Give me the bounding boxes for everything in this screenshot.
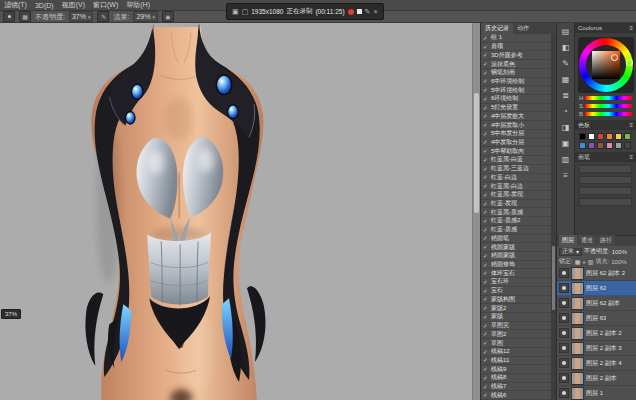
visibility-check-icon[interactable]: ✓ (483, 392, 489, 398)
layer-row[interactable]: 图层 62 副本 2 (557, 266, 636, 281)
hsb-slider-bar[interactable] (585, 112, 632, 116)
layer-thumbnail[interactable] (571, 282, 584, 295)
list-item[interactable]: ✓ 线稿8 (481, 374, 551, 383)
visibility-check-icon[interactable]: ✓ (483, 44, 489, 50)
list-item[interactable]: ✓ 线稿12 (481, 348, 551, 357)
eye-icon[interactable] (559, 373, 569, 383)
layer-thumbnail[interactable] (571, 312, 584, 325)
visibility-check-icon[interactable]: ✓ (483, 253, 489, 259)
list-item[interactable]: ✓ 4中层发取小 (481, 121, 551, 130)
list-item[interactable]: ✓ 5中布发分层 (481, 130, 551, 139)
brush-preset-row[interactable] (579, 165, 632, 173)
scrollbar-thumb[interactable] (552, 246, 555, 310)
panel-icon[interactable]: ≡ (560, 170, 572, 181)
visibility-check-icon[interactable]: ✓ (483, 323, 489, 329)
hsb-slider-row[interactable]: H (575, 95, 636, 101)
panel-icon[interactable]: ◧ (560, 42, 572, 53)
visibility-check-icon[interactable]: ✓ (483, 270, 489, 276)
list-item[interactable]: ✓ 精圆修饰 (481, 261, 551, 270)
sv-cursor[interactable] (611, 54, 618, 61)
blend-mode-dropdown[interactable]: 正常 ▾ (559, 248, 582, 256)
list-item[interactable]: ✓ 线稿6 (481, 391, 551, 400)
layer-opacity-value[interactable]: 100% (612, 249, 627, 255)
color-swatch[interactable] (606, 133, 613, 140)
layer-row[interactable]: 图层 2 副本 2 (557, 326, 636, 341)
menu-item[interactable]: 滤镜(T) (4, 0, 27, 10)
panel-icon[interactable]: ≣ (560, 90, 572, 101)
list-item[interactable]: ✓ 红蓝黑-白边 (481, 182, 551, 191)
visibility-check-icon[interactable]: ✓ (483, 192, 489, 198)
visibility-check-icon[interactable]: ✓ (483, 78, 489, 84)
list-item[interactable]: ✓ 线稿7 (481, 383, 551, 392)
coolorus-tab[interactable]: Coolorus (578, 25, 602, 31)
lock-transparency-icon[interactable]: ▦ (575, 259, 581, 265)
airbrush-icon[interactable]: ◉ (162, 11, 174, 22)
visibility-check-icon[interactable]: ✓ (483, 148, 489, 154)
list-item[interactable]: ✓ 6环境绘制 (481, 95, 551, 104)
hue-cursor[interactable] (626, 59, 633, 66)
fill-value[interactable]: 100% (611, 259, 626, 265)
visibility-check-icon[interactable]: ✓ (483, 296, 489, 302)
brush-preset-icon[interactable] (3, 11, 15, 22)
layer-row[interactable]: 图层 1 (557, 386, 636, 400)
list-item[interactable]: ✓ 草图 (481, 339, 551, 348)
layer-row[interactable]: 图层 2 副本 4 (557, 356, 636, 371)
visibility-check-icon[interactable]: ✓ (483, 52, 489, 58)
list-item[interactable]: ✓ 精圆笔 (481, 235, 551, 244)
visibility-check-icon[interactable]: ✓ (483, 331, 489, 337)
list-item[interactable]: ✓ 宝石 (481, 287, 551, 296)
eye-icon[interactable] (559, 328, 569, 338)
list-item[interactable]: ✓ 6中环境绘制 (481, 78, 551, 87)
visibility-check-icon[interactable]: ✓ (483, 340, 489, 346)
lock-all-icon[interactable]: ▥ (588, 259, 594, 265)
canvas-vertical-scrollbar[interactable] (472, 23, 480, 400)
hsb-slider-row[interactable]: B (575, 111, 636, 117)
list-item[interactable]: ✓ 红蓝-质感2 (481, 217, 551, 226)
visibility-check-icon[interactable]: ✓ (483, 384, 489, 390)
visibility-check-icon[interactable]: ✓ (483, 113, 489, 119)
visibility-check-icon[interactable]: ✓ (483, 262, 489, 268)
list-item[interactable]: ✓ 红蓝黑-发现 (481, 191, 551, 200)
list-item[interactable]: ✓ 蒙版2 (481, 304, 551, 313)
visibility-check-icon[interactable]: ✓ (483, 235, 489, 241)
list-item[interactable]: ✓ 涂抹底色 (481, 60, 551, 69)
stop-icon[interactable] (357, 9, 362, 14)
color-swatch[interactable] (606, 142, 613, 149)
list-item[interactable]: ✓ 宝石环 (481, 278, 551, 287)
list-item[interactable]: ✓ 线稿9 (481, 365, 551, 374)
visibility-check-icon[interactable]: ✓ (483, 218, 489, 224)
tab-history[interactable]: 历史记录 (481, 23, 513, 34)
color-swatch[interactable] (597, 142, 604, 149)
opacity-dropdown[interactable]: 37% ▾ (69, 11, 94, 22)
visibility-check-icon[interactable]: ✓ (483, 70, 489, 76)
hsb-slider-row[interactable]: S (575, 103, 636, 109)
visibility-check-icon[interactable]: ✓ (483, 227, 489, 233)
zoom-indicator[interactable]: 37% (1, 309, 21, 319)
visibility-check-icon[interactable]: ✓ (483, 105, 489, 111)
panel-icon[interactable]: ◔ (560, 106, 572, 117)
brush-preset-row[interactable] (579, 176, 632, 184)
canvas-area[interactable]: 37% (0, 23, 472, 400)
layer-row[interactable]: 图层 63 (557, 311, 636, 326)
layer-thumbnail[interactable] (571, 387, 584, 400)
brush-preset-row[interactable] (579, 198, 632, 206)
list-item[interactable]: ✓ 钢笔刻画 (481, 69, 551, 78)
list-item[interactable]: ✓ 精圆蒙版 (481, 252, 551, 261)
color-swatch[interactable] (615, 133, 622, 140)
layer-thumbnail[interactable] (571, 327, 584, 340)
panel-icon[interactable]: ◨ (560, 122, 572, 133)
layer-thumbnail[interactable] (571, 342, 584, 355)
color-swatch[interactable] (597, 133, 604, 140)
color-wheel[interactable] (578, 37, 634, 93)
visibility-check-icon[interactable]: ✓ (483, 87, 489, 93)
brush-preset-row[interactable] (579, 187, 632, 195)
visibility-check-icon[interactable]: ✓ (483, 157, 489, 163)
visibility-check-icon[interactable]: ✓ (483, 279, 489, 285)
visibility-check-icon[interactable]: ✓ (483, 201, 489, 207)
list-item[interactable]: ✓ 肩颈 (481, 43, 551, 52)
panel-icon[interactable]: ▣ (560, 138, 572, 149)
pen-icon[interactable]: ✎ (365, 8, 371, 15)
menu-item[interactable]: 3D(D) (35, 2, 54, 9)
visibility-check-icon[interactable]: ✓ (483, 375, 489, 381)
panel-icon[interactable]: ▦ (560, 74, 572, 85)
